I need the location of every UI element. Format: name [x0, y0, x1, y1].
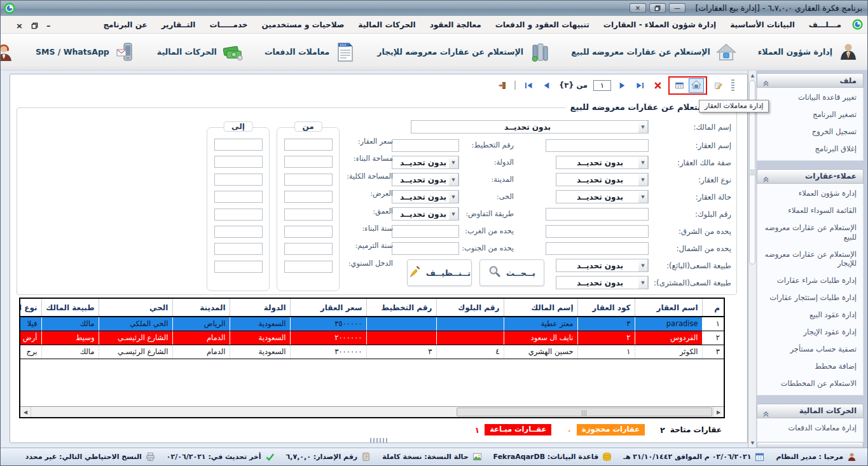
grid-column-header[interactable]: الحي [99, 299, 172, 317]
table-row[interactable]: ٣الكوثر١حسين الهشري٤٣٣٠٠٠٠٠٠السعوديةالدم… [19, 345, 724, 359]
scroll-down-arrow-icon[interactable]: ▼ [748, 439, 757, 447]
chevron-down-icon[interactable]: ▼ [638, 156, 648, 168]
grid-column-header[interactable]: م [702, 299, 724, 317]
menu-item-7[interactable]: خدمـــــات [202, 17, 254, 32]
grid-column-header[interactable]: إسم المالك [504, 299, 577, 317]
mdi-close-icon[interactable]: × [16, 22, 23, 30]
dropdown-field[interactable]: ▼بدون تحديــد [392, 207, 459, 221]
range-input[interactable] [214, 139, 263, 151]
menu-item-3[interactable]: تنبيهات العقود و الدفعات [488, 17, 596, 32]
scroll-right-arrow-icon[interactable]: ▶ [713, 407, 724, 417]
mdi-restore-icon[interactable] [31, 20, 38, 32]
sidebar-item-0-3[interactable]: إغلاق البرنامج [757, 140, 863, 158]
panel-splitter-grip[interactable] [370, 438, 388, 442]
chevron-down-icon[interactable]: ▼ [638, 191, 648, 203]
menu-item-2[interactable]: إدارة شؤون العملاء - العقارات [596, 17, 723, 32]
dropdown-field[interactable]: ▼بدون تحديــد [556, 190, 649, 203]
collapsed-section-header[interactable] [757, 442, 864, 448]
owner-name-dropdown[interactable]: ▼بدون تحديــد [411, 120, 649, 134]
menu-item-6[interactable]: صلاحيات و مستخدمين [254, 17, 351, 32]
sidebar-item-1-1[interactable]: القائمة السوداء للعملاء [757, 202, 863, 219]
toolbar-item-2[interactable]: الإستعلام عن عقارات معروضه للإيجار [377, 42, 549, 62]
range-input[interactable] [284, 226, 333, 238]
sidebar-item-1-10[interactable]: الاستعلام عن المخططات [757, 375, 863, 392]
chevron-down-icon[interactable]: ▼ [638, 259, 648, 271]
chevron-down-icon[interactable]: ▼ [449, 208, 458, 220]
menu-item-9[interactable]: عن البرنامج [96, 17, 154, 32]
dropdown-field[interactable]: ▼بدون تحديــد [556, 173, 649, 186]
previous-record-button[interactable] [539, 79, 553, 92]
sidebar-item-1-2[interactable]: الإستعلام عن عقارات معروضه للبيع [757, 219, 863, 246]
text-field[interactable] [392, 139, 459, 152]
toolbar-customize-grip[interactable] [731, 79, 734, 91]
first-record-button[interactable] [521, 79, 535, 92]
range-input[interactable] [214, 226, 263, 238]
table-row[interactable]: ١paradise٣معتز عطية٣٥٠٠٠٠٠السعوديةالرياض… [19, 317, 724, 331]
dropdown-field[interactable]: ▼بدون تحديــد [392, 190, 459, 203]
toolbar-item-5[interactable]: SMS / WhatsApp [36, 42, 135, 62]
text-field[interactable] [392, 242, 459, 255]
mdi-minimize-icon[interactable]: – [46, 22, 51, 30]
range-input[interactable] [214, 209, 263, 221]
table-row[interactable]: ٢الفردوس٢نايف ال سعود٢٠٠٠٠٠٠السعوديةالدم… [19, 331, 724, 345]
exit-door-icon[interactable] [495, 79, 509, 92]
home-icon[interactable] [691, 79, 701, 92]
sidebar-scrollbar[interactable]: ▲ ▼ [748, 71, 756, 448]
sidebar-item-1-5[interactable]: إدارة طلبات إستئجار عقارات [757, 289, 863, 306]
scroll-left-arrow-icon[interactable]: ◀ [20, 407, 31, 417]
text-field[interactable] [546, 139, 649, 152]
sidebar-section-header[interactable]: ملف [757, 73, 864, 88]
range-input[interactable] [214, 261, 263, 273]
sidebar-item-0-1[interactable]: تصغير البرنامج [757, 106, 863, 123]
grid-column-header[interactable]: كود العقار [577, 299, 635, 317]
toolbar-item-1[interactable]: الإستعلام عن عقارات معروضه للبيع [571, 42, 736, 62]
restore-window-button[interactable] [649, 3, 666, 13]
toolbar-item-0[interactable]: إدارة شؤون العملاء [758, 42, 858, 62]
minimize-window-button[interactable]: — [669, 3, 685, 13]
edit-record-icon[interactable] [711, 79, 725, 92]
chevron-down-icon[interactable]: ▼ [449, 156, 458, 168]
text-field[interactable] [546, 225, 649, 238]
sidebar-item-1-4[interactable]: إدارة طلبات شراء عقارات [757, 272, 863, 289]
menu-item-8[interactable]: التــقارير [155, 17, 203, 32]
search-button[interactable]: بــحــث [479, 259, 544, 286]
menu-item-0[interactable]: مـــلـــف [802, 17, 848, 32]
dropdown-field[interactable]: ▼بدون تحديــد [556, 259, 649, 272]
toolbar-item-4[interactable]: الحركات المالية [157, 42, 243, 62]
toolbar-item-3[interactable]: معاملات الدفعات [265, 42, 355, 62]
menu-item-1[interactable]: البيانات الأساسية [723, 17, 802, 32]
text-field[interactable] [392, 225, 459, 238]
sidebar-section-header[interactable]: الحركات المالية [757, 404, 864, 418]
grid-column-header[interactable]: رقم البلوك [436, 299, 504, 317]
toolbar-item-6[interactable]: الدعم الفني [0, 42, 14, 62]
range-input[interactable] [284, 191, 333, 203]
range-input[interactable] [214, 243, 263, 255]
range-input[interactable] [284, 156, 333, 168]
text-field[interactable] [546, 242, 649, 255]
chevron-down-icon[interactable]: ▼ [638, 277, 648, 289]
text-field[interactable] [546, 208, 649, 221]
dropdown-field[interactable]: ▼بدون تحديــد [556, 276, 649, 289]
grid-column-header[interactable]: الدولة [230, 299, 290, 317]
dropdown-field[interactable]: ▼بدون تحديــد [556, 156, 649, 169]
grid-column-header[interactable]: رقم التخطيط [366, 299, 436, 317]
grid-column-header[interactable]: نوع العقار [19, 299, 41, 317]
dropdown-field[interactable]: ▼بدون تحديــد [392, 156, 459, 169]
chevron-down-icon[interactable]: ▼ [449, 191, 458, 203]
range-input[interactable] [284, 209, 333, 221]
last-record-button[interactable] [633, 79, 647, 92]
sidebar-item-0-0[interactable]: تغيير قاعدة البيانات [757, 89, 863, 106]
grid-horizontal-scrollbar[interactable]: ◀ ▶ [20, 406, 724, 417]
sidebar-item-0-2[interactable]: تسجيل الخروج [757, 123, 863, 140]
scrollbar-thumb[interactable] [457, 408, 712, 416]
clear-button[interactable]: تــنــظيــف [407, 259, 472, 286]
chevron-down-icon[interactable]: ▼ [638, 121, 648, 133]
dropdown-field[interactable]: ▼بدون تحديــد [392, 173, 459, 186]
grid-column-header[interactable]: طبيعة المالك [41, 299, 99, 317]
grid-column-header[interactable]: اسم العقار [635, 299, 702, 317]
range-input[interactable] [214, 174, 263, 186]
close-window-button[interactable]: × [630, 3, 646, 13]
sidebar-item-1-3[interactable]: الإستعلام عن عقارات معروضه للإيجار [757, 246, 863, 273]
transactions-grid-icon[interactable] [672, 79, 687, 92]
delete-record-icon[interactable] [651, 79, 665, 92]
